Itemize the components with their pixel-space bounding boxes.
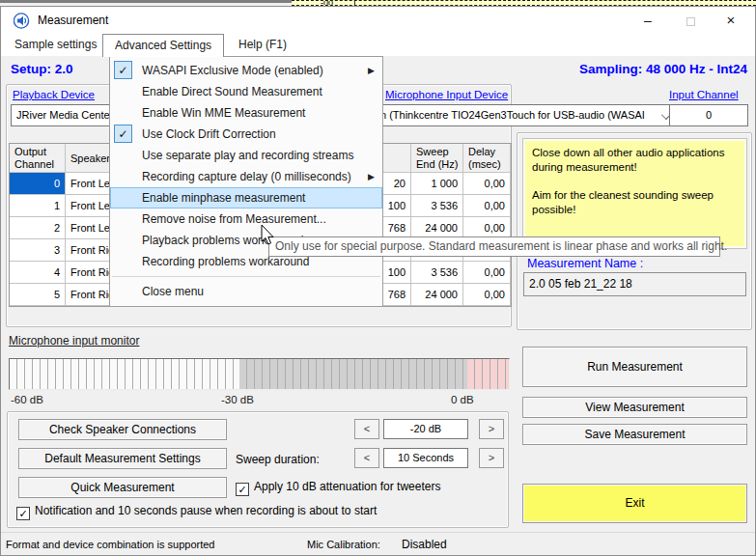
cell-delay[interactable]: 0,00 xyxy=(463,284,511,306)
menu-item-direct-sound[interactable]: Enable Direct Sound Measurement xyxy=(110,81,382,102)
mic-calibration-value: Disabled xyxy=(402,538,447,551)
level-field[interactable]: -20 dB xyxy=(383,419,468,439)
window-title: Measurement xyxy=(38,14,108,27)
notification-checkbox[interactable]: ✓Notification and 10 seconds pause when … xyxy=(16,504,377,520)
cell-channel[interactable]: 0 xyxy=(10,173,66,195)
menu-item-separate-streams[interactable]: Use separate play and recording streams xyxy=(110,145,382,166)
screen: -00 Measurement – × Sample settings Adva… xyxy=(0,0,756,556)
cell-end[interactable]: 3 536 xyxy=(411,195,463,217)
menu-item-clock-drift[interactable]: ✓ Use Clock Drift Correction xyxy=(110,124,382,145)
menu-item-minphase[interactable]: Enable minphase measurement xyxy=(110,187,382,208)
mic-input-device-link[interactable]: Microphone Input Device xyxy=(385,89,508,100)
cell-channel[interactable]: 5 xyxy=(10,284,66,306)
setup-heading: Setup: 2.0 xyxy=(11,62,73,76)
info-line-2: Aim for the cleanest sounding sweep poss… xyxy=(532,188,738,217)
duration-down-button[interactable]: < xyxy=(354,448,379,468)
cell-channel[interactable]: 1 xyxy=(10,195,66,217)
meter-mid-zone xyxy=(239,359,467,389)
info-line-1: Close down all other audio applications … xyxy=(532,146,738,175)
menu-check-icon: ✓ xyxy=(114,125,132,143)
cell-channel[interactable]: 2 xyxy=(10,217,66,239)
duration-field[interactable]: 10 Seconds xyxy=(383,448,468,468)
menu-item-wasapi[interactable]: ✓ WASAPI Exclusive Mode (enabled) ▶ xyxy=(110,60,382,81)
check-speaker-connections-button[interactable]: Check Speaker Connections xyxy=(18,419,227,440)
info-panel: Close down all other audio applications … xyxy=(523,139,746,248)
cell-channel[interactable]: 3 xyxy=(10,239,66,262)
tooltip: Only use for special purpose. Standard m… xyxy=(268,236,720,257)
playback-device-link[interactable]: Playback Device xyxy=(13,89,95,100)
menubar: Sample settings Advanced Settings Help (… xyxy=(1,34,755,56)
col-output-channel[interactable]: OutputChannel xyxy=(10,144,66,173)
mic-calibration-label: Mic Calibration: xyxy=(307,539,380,550)
view-measurement-button[interactable]: View Measurement xyxy=(522,397,747,418)
quick-measurement-button[interactable]: Quick Measurement xyxy=(18,477,227,498)
status-text: Format and device combination is support… xyxy=(6,539,214,550)
minimize-icon: – xyxy=(644,13,652,28)
advanced-settings-menu: ✓ WASAPI Exclusive Mode (enabled) ▶ Enab… xyxy=(109,56,383,307)
level-down-button[interactable]: < xyxy=(354,419,379,439)
mic-input-device-value: n (Thinkcentre TIO24Gen3Touch for USB-au… xyxy=(380,109,645,121)
sweep-duration-label: Sweep duration: xyxy=(236,453,320,466)
cell-channel[interactable]: 4 xyxy=(10,262,66,284)
minimize-button[interactable]: – xyxy=(628,7,668,34)
cell-delay[interactable]: 0,00 xyxy=(463,262,511,284)
save-measurement-button[interactable]: Save Measurement xyxy=(522,424,747,445)
cell-delay[interactable]: 0,00 xyxy=(463,173,511,195)
level-up-button[interactable]: > xyxy=(479,419,504,439)
checkbox-checked-icon[interactable]: ✓ xyxy=(236,483,249,496)
meter-tick-max: 0 dB xyxy=(451,394,474,405)
cell-end[interactable]: 3 536 xyxy=(411,262,463,284)
attenuation-checkbox[interactable]: ✓Apply 10 dB attenuation for tweeters xyxy=(236,480,440,496)
close-icon: × xyxy=(727,12,736,28)
attenuation-label: Apply 10 dB attenuation for tweeters xyxy=(254,480,440,493)
cell-end[interactable]: 1 000 xyxy=(411,173,463,195)
input-channel-link[interactable]: Input Channel xyxy=(669,89,739,100)
input-channel-field[interactable]: 0 xyxy=(669,104,748,126)
meter-clip-zone xyxy=(467,359,509,389)
menu-help[interactable]: Help (F1) xyxy=(227,34,298,56)
meter-tick-min: -60 dB xyxy=(11,394,43,405)
sampling-heading: Sampling: 48 000 Hz - Int24 xyxy=(579,62,747,76)
measurement-window: Measurement – × Sample settings Advanced… xyxy=(0,6,756,556)
measurement-name-field[interactable]: 2.0 05 feb 21_22 18 xyxy=(523,272,746,296)
notification-label: Notification and 10 seconds pause when r… xyxy=(35,504,377,517)
meter-low-zone xyxy=(10,359,239,389)
titlebar[interactable]: Measurement – × xyxy=(1,7,755,34)
playback-device-value: JRiver Media Cente xyxy=(16,109,110,121)
menu-sample-settings[interactable]: Sample settings xyxy=(3,34,108,56)
menu-item-win-mme[interactable]: Enable Win MME Measurement xyxy=(110,102,382,124)
exit-button[interactable]: Exit xyxy=(522,484,747,523)
meter-tick-mid: -30 dB xyxy=(221,394,254,405)
measurement-name-label: Measurement Name : xyxy=(527,257,643,270)
col-delay[interactable]: Delay(msec) xyxy=(463,144,511,173)
duration-up-button[interactable]: > xyxy=(479,448,504,468)
app-speaker-icon xyxy=(14,13,30,29)
mic-monitor-label[interactable]: Microphone input monitor xyxy=(9,334,139,348)
mouse-cursor-icon xyxy=(259,224,276,247)
close-button[interactable]: × xyxy=(711,7,751,34)
maximize-icon xyxy=(686,17,695,26)
cell-delay[interactable]: 0,00 xyxy=(463,195,511,217)
menu-separator xyxy=(112,276,380,277)
menu-advanced-settings[interactable]: Advanced Settings xyxy=(102,34,224,57)
submenu-arrow-icon: ▶ xyxy=(368,60,375,81)
mic-level-meter xyxy=(9,358,510,390)
background-window-edge xyxy=(0,0,292,3)
run-measurement-button[interactable]: Run Measurement xyxy=(522,347,747,387)
cell-end[interactable]: 24 000 xyxy=(411,284,463,306)
submenu-arrow-icon: ▶ xyxy=(368,166,375,187)
statusbar: Format and device combination is support… xyxy=(1,532,755,555)
col-sweep-end[interactable]: SweepEnd (Hz) xyxy=(411,144,463,173)
maximize-button[interactable] xyxy=(670,7,711,34)
menu-item-capture-delay[interactable]: Recording capture delay (0 milliseconds)… xyxy=(110,166,382,187)
menu-item-remove-noise[interactable]: Remove noise from Measurement... xyxy=(110,208,382,230)
menu-item-close-menu[interactable]: Close menu xyxy=(110,281,382,302)
default-measurement-settings-button[interactable]: Default Measurement Settings xyxy=(18,448,227,469)
checkbox-checked-icon[interactable]: ✓ xyxy=(16,507,30,520)
menu-check-icon: ✓ xyxy=(114,61,132,79)
